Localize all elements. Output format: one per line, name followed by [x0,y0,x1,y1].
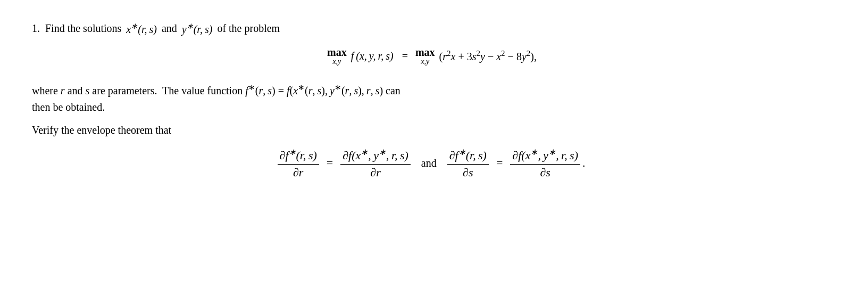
frac-left-rhs-den: ∂r [368,165,382,180]
trailing-period: . [582,156,586,170]
frac-left-lhs-num: ∂f∗(r, s) [278,147,319,164]
main-equation: max x,y f (x, y, r, s) = max x,y (r2x + … [32,46,830,66]
equals-sign: = [402,50,408,62]
rhs-expression: (r2x + 3s2y − x2 − 8y2), [439,49,537,63]
equals-1: = [327,156,333,170]
x-star-expr: x∗(r, s) [126,21,157,36]
intro-text: Find the solutions [45,22,124,35]
fraction-left-rhs: ∂f(x∗, y∗, r, s) ∂r [340,147,411,179]
frac-right-rhs-den: ∂s [538,165,552,180]
fraction-left-lhs: ∂f∗(r, s) ∂r [278,147,319,179]
equals-2: = [496,156,503,170]
max-sub-right: x,y [421,58,429,66]
frac-right-lhs-den: ∂s [461,165,475,180]
of-the-problem: of the problem [214,22,280,35]
frac-right-lhs-num: ∂f∗(r, s) [447,147,489,164]
and-connector: and [159,22,180,35]
max-sub-left: x,y [332,58,341,66]
fraction-right-rhs: ∂f(x∗, y∗, r, s) ∂s [510,147,580,179]
frac-left-lhs-den: ∂r [291,165,305,180]
fraction-right-lhs: ∂f∗(r, s) ∂s [447,147,489,179]
problem-statement: 1. Find the solutions x∗(r, s) and y∗(r,… [32,21,830,36]
y-star-expr: y∗(r, s) [182,21,213,36]
max-operator-left: max x,y [327,46,347,66]
max-operator-right: max x,y [415,46,435,66]
where-paragraph: where r and s are parameters. The value … [32,81,830,116]
frac-right-rhs-num: ∂f(x∗, y∗, r, s) [510,147,580,164]
f-expr: f (x, y, r, s) [351,50,394,62]
problem-number: 1. [32,22,40,35]
envelope-theorem-equation: ∂f∗(r, s) ∂r = ∂f(x∗, y∗, r, s) ∂r and ∂… [32,147,830,179]
max-label-right: max [415,46,435,59]
frac-left-rhs-num: ∂f(x∗, y∗, r, s) [340,147,411,164]
verify-statement: Verify the envelope theorem that [32,124,830,136]
max-label-left: max [327,46,347,59]
and-word: and [421,157,437,169]
problem-container: 1. Find the solutions x∗(r, s) and y∗(r,… [32,21,830,180]
